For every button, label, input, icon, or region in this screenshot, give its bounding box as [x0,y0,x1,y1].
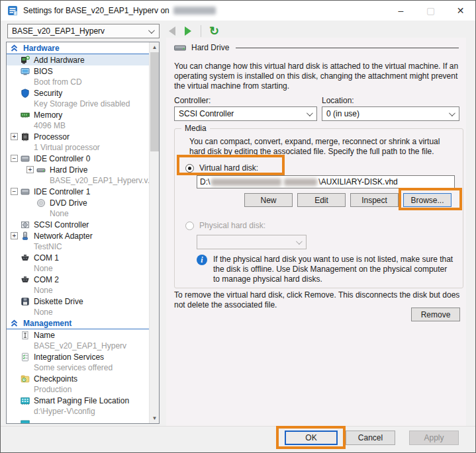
double-chevron-up-icon [11,44,18,52]
sidebar-item-sub: None [7,263,150,274]
sidebar-item-diskette-drive[interactable]: Diskette Drive [7,296,150,307]
chevron-down-icon [307,110,313,116]
intro-text: You can change how this virtual hard dis… [174,62,464,91]
scroll-up-icon[interactable]: ▲ [150,42,160,52]
sidebar-item-sub: BASE_v20_EAP1_Hyperv [7,341,150,351]
expander-icon[interactable]: + [11,133,18,140]
virtual-disk-path-input[interactable]: D:\ \AUXILIARY-DISK.vhd [197,175,455,188]
controller-value: SCSI Controller [179,109,234,118]
minimize-icon: – [399,5,404,16]
media-legend: Media [181,124,210,133]
processor-icon [21,132,30,142]
section-header-management[interactable]: Management [7,317,150,329]
scrollbar-thumb[interactable] [150,52,159,151]
sidebar-item-label: Smart Paging File Location [34,396,129,405]
inspect-button[interactable]: Inspect [350,193,399,207]
path-prefix: D:\ [200,177,210,186]
virtual-hard-disk-radio-row: Virtual hard disk: [185,161,258,175]
sidebar-item-label: IDE Controller 0 [34,154,90,163]
com-port-icon [21,253,30,263]
expander-icon[interactable]: − [11,155,18,162]
sidebar-item-add-hardware[interactable]: Add Hardware [7,54,150,65]
section-header-label: Hardware [23,44,60,53]
sidebar-item-sub: None [7,208,150,219]
title-bar: Settings for BASE_v20_EAP1_Hyperv on – ▢… [1,1,475,21]
section-header-label: Management [23,319,71,328]
cancel-button[interactable]: Cancel [346,431,395,445]
path-suffix: \AUXILIARY-DISK.vhd [318,177,397,186]
sidebar-item-com-1[interactable]: COM 1 [7,252,150,263]
sidebar-item-sub: 4096 MB [7,120,150,131]
sidebar-item-label: BIOS [34,67,53,76]
panel-title: Hard Drive [191,43,229,52]
vm-selector-dropdown[interactable]: BASE_v20_EAP1_Hyperv [7,24,160,38]
virtual-hard-disk-radio[interactable] [185,164,194,173]
sidebar-item-scsi-controller[interactable]: SCSI Controller [7,219,150,230]
vm-selector-value: BASE_v20_EAP1_Hyperv [12,26,105,36]
sidebar-item-checkpoints[interactable]: Checkpoints [7,373,150,384]
sidebar-item-hard-drive[interactable]: + Hard Drive [7,164,150,175]
maximize-button[interactable]: ▢ [416,1,446,21]
sidebar-item-processor[interactable]: + Processor [7,131,150,142]
sidebar-item-sub: 1 Virtual processor [7,142,150,153]
expander-icon[interactable]: + [11,232,18,239]
location-value: 0 (in use) [326,109,359,118]
sidebar-item-smart-paging-file-location[interactable]: Smart Paging File Location [7,395,150,406]
sidebar-item-com-2[interactable]: COM 2 [7,274,150,285]
network-adapter-icon [21,231,30,241]
physical-hard-disk-radio[interactable] [185,222,194,230]
section-header-hardware[interactable]: Hardware [7,42,150,54]
sidebar-item-label: DVD Drive [50,198,87,208]
apply-button[interactable]: Apply [409,431,459,445]
refresh-icon[interactable]: ↻ [209,25,219,37]
expander-icon[interactable]: − [11,188,18,195]
footer-separator [1,426,476,427]
sidebar-item-label: SCSI Controller [34,220,89,229]
sidebar-scrollbar[interactable]: ▲ ▼ [149,42,159,423]
info-text: If the physical hard disk you want to us… [213,255,455,284]
sidebar-item-ide-controller-0[interactable]: − IDE Controller 0 [7,153,150,164]
hyperv-settings-icon [7,5,18,16]
virtual-hard-disk-radio-label: Virtual hard disk: [199,163,258,173]
sidebar-item-label: IDE Controller 1 [34,187,90,196]
sidebar-item-dvd-drive[interactable]: DVD Drive [7,197,150,208]
com-port-icon [21,275,30,284]
edit-button[interactable]: Edit [297,193,346,207]
sidebar-item-label: COM 2 [34,275,59,284]
ok-button[interactable]: OK [285,431,338,445]
sidebar-item-label: Network Adapter [34,231,93,241]
close-button[interactable]: ✕ [446,1,475,21]
sidebar-item-network-adapter[interactable]: + Network Adapter [7,230,150,241]
sidebar-item-ide-controller-1[interactable]: − IDE Controller 1 [7,186,150,197]
close-icon: ✕ [457,5,465,16]
security-shield-icon [21,89,30,98]
physical-disk-dropdown[interactable] [197,235,307,249]
hard-drive-icon [174,44,186,52]
location-dropdown[interactable]: 0 (in use) [322,106,459,121]
controller-dropdown[interactable]: SCSI Controller [174,106,317,121]
new-button[interactable]: New [244,193,293,207]
toolbar-separator [201,25,201,37]
forward-icon[interactable] [185,26,191,36]
back-icon[interactable] [169,26,175,36]
sidebar-item-sub: d:\Hyper-V\config [7,406,150,417]
scroll-down-icon[interactable]: ▼ [150,413,160,423]
sidebar-item-integration-services[interactable]: Integration Services [7,351,150,362]
sidebar-item-label: Security [34,89,62,98]
sidebar-item-partial [7,417,150,423]
sidebar-item-security[interactable]: Security [7,87,150,99]
sidebar-item-bios[interactable]: BIOS [7,65,150,77]
sidebar-item-label: Memory [34,110,62,120]
media-groupbox: Media You can compact, convert, expand, … [174,128,463,288]
remove-button[interactable]: Remove [411,308,460,321]
chevron-down-icon [148,27,155,34]
minimize-button[interactable]: – [386,1,416,21]
sidebar-item-label: Hard Drive [50,165,87,175]
window-title: Settings for BASE_v20_EAP1_Hyperv on [23,6,169,15]
expander-icon[interactable]: + [26,166,34,173]
sidebar-item-name[interactable]: Name [7,329,150,341]
browse-button[interactable]: Browse... [403,193,452,207]
controller-label: Controller: [174,96,211,105]
sidebar-item-memory[interactable]: Memory [7,109,150,120]
sidebar-item-label: Diskette Drive [34,297,83,306]
